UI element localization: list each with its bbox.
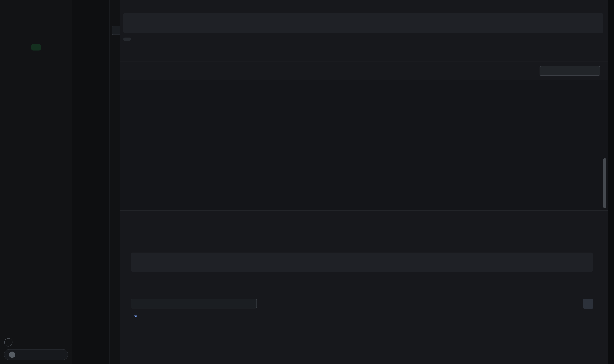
drawer-tabs — [120, 51, 608, 62]
avatar — [9, 351, 15, 358]
local-mode-button[interactable] — [4, 349, 68, 360]
sessions-list — [72, 0, 110, 364]
service-name-chip[interactable] — [123, 38, 131, 41]
event-details-tabs — [120, 228, 608, 238]
trace-id-row — [124, 66, 600, 76]
attribute-search-input[interactable] — [131, 299, 257, 309]
event-side-panel — [120, 0, 608, 364]
get-started-button[interactable] — [31, 44, 41, 51]
attribute-search-row — [131, 299, 593, 309]
span-name-panel — [131, 253, 593, 272]
create-dashboard-button[interactable] — [0, 14, 72, 22]
cloud-promo — [6, 39, 67, 52]
attribute-group[interactable] — [134, 315, 145, 317]
session-panel-sliver — [110, 0, 120, 364]
span-name-panel — [123, 13, 603, 33]
app — [0, 0, 614, 364]
help-button[interactable] — [4, 338, 13, 346]
session-search-fragment[interactable] — [112, 26, 120, 35]
sidebar — [0, 0, 72, 364]
presets-toggle[interactable] — [0, 22, 72, 26]
log-source-select[interactable] — [539, 66, 600, 76]
triangle-down-icon — [134, 315, 137, 317]
trace-waterfall — [120, 80, 608, 211]
drawer-footer — [120, 351, 608, 364]
settings-gear-button[interactable] — [583, 299, 593, 309]
scrollbar-thumb[interactable] — [603, 158, 606, 208]
logo-row — [0, 0, 72, 11]
